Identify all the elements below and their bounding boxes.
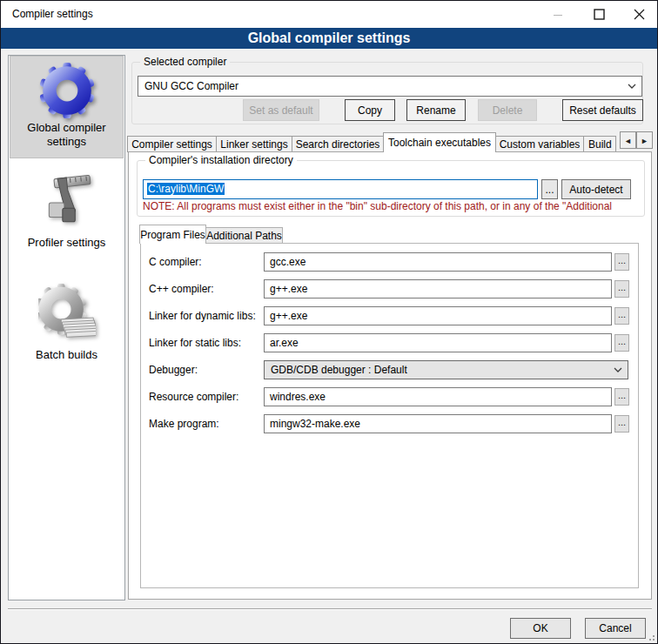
- footer-divider: [8, 608, 652, 610]
- blue-gear-icon: [38, 62, 96, 119]
- tab-compiler-settings[interactable]: Compiler settings: [127, 136, 217, 152]
- button-label: Rename: [416, 104, 455, 117]
- browse-button[interactable]: ...: [614, 415, 629, 433]
- browse-button[interactable]: ...: [614, 334, 629, 352]
- combobox-value: GNU GCC Compiler: [138, 80, 622, 92]
- copy-button[interactable]: Copy: [345, 99, 395, 121]
- tab-toolchain-executables[interactable]: Toolchain executables: [383, 132, 496, 152]
- dynamic-linker-input[interactable]: g++.exe: [264, 306, 612, 325]
- form-row: Make program: mingw32-make.exe ...: [1, 414, 658, 433]
- field-label: Make program:: [149, 414, 262, 433]
- minimize-button[interactable]: [538, 1, 578, 28]
- compiler-settings-dialog: Compiler settings Global compiler settin…: [0, 0, 658, 644]
- caliper-icon: [38, 168, 96, 234]
- maximize-icon: [594, 9, 605, 20]
- form-row: Debugger: GDB/CDB debugger : Default: [1, 360, 658, 379]
- rename-button[interactable]: Rename: [406, 99, 466, 121]
- tab-custom-variables[interactable]: Custom variables: [495, 136, 584, 152]
- auto-detect-button[interactable]: Auto-detect: [561, 179, 631, 199]
- close-icon: [634, 9, 645, 20]
- button-label: OK: [533, 622, 547, 634]
- button-label: Auto-detect: [569, 184, 622, 196]
- subtab-additional-paths[interactable]: Additional Paths: [205, 227, 283, 244]
- field-label: Resource compiler:: [149, 387, 262, 406]
- note-text: NOTE: All programs must exist either in …: [143, 200, 646, 212]
- combobox-value: GDB/CDB debugger : Default: [265, 364, 608, 376]
- tab-build-options[interactable]: Build: [583, 136, 616, 152]
- arrow-right-icon: ►: [641, 137, 648, 145]
- browse-button[interactable]: ...: [614, 388, 629, 406]
- sidebar-item-label: Global compiler settings: [18, 121, 116, 149]
- button-label: ...: [545, 184, 554, 196]
- tab-label: Additional Paths: [206, 230, 282, 242]
- window-title: Compiler settings: [12, 1, 93, 28]
- field-label: Linker for dynamic libs:: [149, 306, 262, 325]
- browse-button[interactable]: ...: [614, 280, 629, 298]
- ok-button[interactable]: OK: [510, 618, 571, 639]
- field-label: Debugger:: [149, 360, 262, 379]
- sidebar: Global compiler settings: [8, 55, 125, 600]
- selected-text: C:\raylib\MinGW: [147, 183, 225, 195]
- button-label: Delete: [493, 104, 523, 117]
- browse-button[interactable]: ...: [614, 253, 629, 271]
- button-label: Reset defaults: [569, 104, 636, 117]
- tab-label: Compiler settings: [131, 138, 212, 151]
- chevron-down-icon: [608, 367, 628, 372]
- tab-scroll-right-button[interactable]: ►: [636, 131, 653, 149]
- resource-compiler-input[interactable]: windres.exe: [264, 387, 612, 406]
- tabstrip: Compiler settings Linker settings Search…: [128, 132, 621, 152]
- field-label: Linker for static libs:: [149, 333, 262, 352]
- delete-button[interactable]: Delete: [478, 99, 537, 121]
- browse-button[interactable]: ...: [614, 307, 629, 325]
- subtab-strip: Program Files Additional Paths: [140, 225, 401, 244]
- subtab-program-files[interactable]: Program Files: [139, 225, 206, 244]
- chevron-down-icon: [622, 84, 641, 89]
- field-label: C compiler:: [149, 252, 262, 272]
- button-label: Set as default: [249, 104, 312, 117]
- maximize-button[interactable]: [579, 1, 619, 28]
- sidebar-item-profiler-settings[interactable]: Profiler settings: [10, 163, 124, 257]
- installation-directory-input[interactable]: C:\raylib\MinGW: [143, 179, 538, 199]
- button-label: Copy: [358, 104, 382, 117]
- static-linker-input[interactable]: ar.exe: [264, 333, 612, 352]
- tab-label: Program Files: [140, 229, 205, 241]
- field-label: C++ compiler:: [149, 279, 262, 299]
- set-as-default-button[interactable]: Set as default: [243, 99, 319, 121]
- form-row: Linker for static libs: ar.exe ...: [1, 333, 658, 352]
- tab-label: Build: [588, 138, 612, 151]
- directory-browse-button[interactable]: ...: [541, 179, 558, 199]
- cancel-button[interactable]: Cancel: [585, 618, 646, 639]
- tab-label: Toolchain executables: [388, 137, 491, 149]
- sidebar-item-label: Profiler settings: [18, 236, 116, 250]
- sidebar-item-global-compiler-settings[interactable]: Global compiler settings: [10, 56, 124, 158]
- tab-label: Search directories: [296, 138, 380, 151]
- button-label: Cancel: [599, 622, 631, 634]
- form-row: Resource compiler: windres.exe ...: [1, 387, 658, 406]
- debugger-select[interactable]: GDB/CDB debugger : Default: [264, 360, 628, 379]
- form-row: C++ compiler: g++.exe ...: [1, 279, 658, 299]
- tab-linker-settings[interactable]: Linker settings: [216, 136, 292, 152]
- group-label: Selected compiler: [140, 56, 230, 68]
- group-label: Compiler's installation directory: [145, 154, 297, 166]
- form-row: Linker for dynamic libs: g++.exe ...: [1, 306, 658, 325]
- form-row: C compiler: gcc.exe ...: [1, 252, 658, 272]
- cpp-compiler-input[interactable]: g++.exe: [264, 279, 612, 299]
- titlebar[interactable]: Compiler settings: [1, 1, 657, 28]
- selected-compiler-combobox[interactable]: GNU GCC Compiler: [138, 76, 642, 97]
- minimize-icon: [553, 10, 563, 20]
- reset-defaults-button[interactable]: Reset defaults: [562, 99, 643, 121]
- tab-label: Custom variables: [500, 138, 581, 151]
- close-button[interactable]: [619, 1, 658, 28]
- tab-search-directories[interactable]: Search directories: [292, 136, 384, 152]
- c-compiler-input[interactable]: gcc.exe: [264, 252, 612, 272]
- make-program-input[interactable]: mingw32-make.exe: [264, 414, 612, 433]
- arrow-left-icon: ◄: [624, 137, 632, 145]
- tab-label: Linker settings: [220, 138, 287, 151]
- tab-scroll-left-button[interactable]: ◄: [620, 131, 636, 149]
- page-title: Global compiler settings: [1, 28, 657, 49]
